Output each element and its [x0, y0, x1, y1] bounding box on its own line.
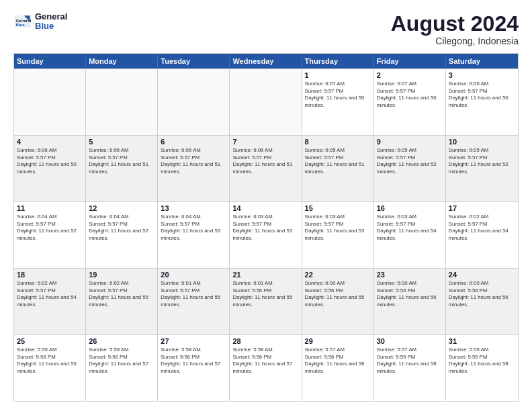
day-number-16: 16 [377, 204, 443, 212]
calendar-cell-empty [14, 69, 86, 135]
calendar: SundayMondayTuesdayWednesdayThursdayFrid… [13, 53, 519, 402]
calendar-cell-day-29: 29Sunrise: 5:57 AMSunset: 5:56 PMDayligh… [302, 335, 374, 401]
weekday-header-tuesday: Tuesday [158, 54, 230, 68]
title-block: August 2024 Cilegong, Indonesia [391, 12, 519, 46]
day-number-4: 4 [17, 138, 83, 146]
cell-info-8: Sunrise: 6:05 AMSunset: 5:57 PMDaylight:… [305, 147, 371, 175]
calendar-cell-day-28: 28Sunrise: 5:58 AMSunset: 5:56 PMDayligh… [230, 335, 302, 401]
cell-info-28: Sunrise: 5:58 AMSunset: 5:56 PMDaylight:… [232, 347, 298, 375]
cell-info-31: Sunrise: 5:56 AMSunset: 5:55 PMDaylight:… [449, 347, 515, 375]
cell-info-29: Sunrise: 5:57 AMSunset: 5:56 PMDaylight:… [305, 347, 371, 375]
svg-text:Blue: Blue [16, 22, 26, 27]
cell-info-16: Sunrise: 6:03 AMSunset: 5:57 PMDaylight:… [377, 214, 443, 242]
calendar-cell-day-18: 18Sunrise: 6:02 AMSunset: 5:57 PMDayligh… [14, 269, 86, 334]
calendar-cell-day-26: 26Sunrise: 5:59 AMSunset: 5:56 PMDayligh… [86, 335, 158, 401]
calendar-cell-day-8: 8Sunrise: 6:05 AMSunset: 5:57 PMDaylight… [302, 136, 374, 201]
cell-info-10: Sunrise: 6:05 AMSunset: 5:57 PMDaylight:… [449, 147, 515, 175]
calendar-header: SundayMondayTuesdayWednesdayThursdayFrid… [14, 54, 518, 68]
calendar-cell-day-14: 14Sunrise: 6:03 AMSunset: 5:57 PMDayligh… [230, 202, 302, 268]
cell-info-27: Sunrise: 5:58 AMSunset: 5:56 PMDaylight:… [161, 347, 226, 375]
logo-blue: Blue [35, 21, 67, 31]
calendar-cell-day-11: 11Sunrise: 6:04 AMSunset: 5:57 PMDayligh… [14, 202, 86, 268]
day-number-6: 6 [161, 138, 226, 146]
cell-info-21: Sunrise: 6:01 AMSunset: 5:56 PMDaylight:… [232, 280, 298, 308]
day-number-13: 13 [161, 204, 226, 212]
calendar-cell-day-17: 17Sunrise: 6:02 AMSunset: 5:57 PMDayligh… [446, 202, 518, 268]
cell-info-14: Sunrise: 6:03 AMSunset: 5:57 PMDaylight:… [232, 214, 298, 242]
cell-info-26: Sunrise: 5:59 AMSunset: 5:56 PMDaylight:… [89, 347, 154, 375]
day-number-11: 11 [17, 204, 83, 212]
header: General Blue General Blue August 2024 Ci… [13, 12, 519, 46]
calendar-cell-day-6: 6Sunrise: 6:06 AMSunset: 5:57 PMDaylight… [158, 136, 230, 201]
day-number-1: 1 [305, 71, 371, 79]
day-number-30: 30 [377, 337, 443, 345]
calendar-row-3: 11Sunrise: 6:04 AMSunset: 5:57 PMDayligh… [14, 201, 518, 268]
day-number-5: 5 [89, 138, 154, 146]
calendar-cell-day-2: 2Sunrise: 6:07 AMSunset: 5:57 PMDaylight… [374, 69, 446, 135]
cell-info-1: Sunrise: 6:07 AMSunset: 5:57 PMDaylight:… [305, 81, 371, 109]
day-number-15: 15 [305, 204, 371, 212]
cell-info-15: Sunrise: 6:03 AMSunset: 5:57 PMDaylight:… [305, 214, 371, 242]
weekday-header-friday: Friday [374, 54, 446, 68]
day-number-21: 21 [232, 271, 298, 279]
day-number-24: 24 [449, 271, 515, 279]
cell-info-4: Sunrise: 6:06 AMSunset: 5:57 PMDaylight:… [17, 147, 83, 175]
calendar-cell-day-3: 3Sunrise: 6:06 AMSunset: 5:57 PMDaylight… [446, 69, 518, 135]
calendar-cell-day-31: 31Sunrise: 5:56 AMSunset: 5:55 PMDayligh… [446, 335, 518, 401]
calendar-cell-day-25: 25Sunrise: 5:59 AMSunset: 5:56 PMDayligh… [14, 335, 86, 401]
calendar-cell-day-30: 30Sunrise: 5:57 AMSunset: 5:55 PMDayligh… [374, 335, 446, 401]
cell-info-24: Sunrise: 6:00 AMSunset: 5:56 PMDaylight:… [449, 280, 515, 308]
cell-info-19: Sunrise: 6:02 AMSunset: 5:57 PMDaylight:… [89, 280, 154, 308]
calendar-cell-day-5: 5Sunrise: 6:06 AMSunset: 5:57 PMDaylight… [86, 136, 158, 201]
cell-info-23: Sunrise: 6:00 AMSunset: 5:56 PMDaylight:… [377, 280, 443, 308]
logo-text: General Blue [35, 12, 67, 32]
cell-info-6: Sunrise: 6:06 AMSunset: 5:57 PMDaylight:… [161, 147, 226, 175]
calendar-cell-day-22: 22Sunrise: 6:00 AMSunset: 5:56 PMDayligh… [302, 269, 374, 334]
day-number-14: 14 [232, 204, 298, 212]
calendar-cell-day-23: 23Sunrise: 6:00 AMSunset: 5:56 PMDayligh… [374, 269, 446, 334]
cell-info-11: Sunrise: 6:04 AMSunset: 5:57 PMDaylight:… [17, 214, 83, 242]
cell-info-5: Sunrise: 6:06 AMSunset: 5:57 PMDaylight:… [89, 147, 154, 175]
calendar-cell-empty [86, 69, 158, 135]
calendar-cell-day-9: 9Sunrise: 6:05 AMSunset: 5:57 PMDaylight… [374, 136, 446, 201]
cell-info-3: Sunrise: 6:06 AMSunset: 5:57 PMDaylight:… [449, 81, 515, 109]
day-number-26: 26 [89, 337, 154, 345]
day-number-2: 2 [377, 71, 443, 79]
calendar-cell-day-1: 1Sunrise: 6:07 AMSunset: 5:57 PMDaylight… [302, 69, 374, 135]
day-number-9: 9 [377, 138, 443, 146]
calendar-cell-day-7: 7Sunrise: 6:06 AMSunset: 5:57 PMDaylight… [230, 136, 302, 201]
weekday-header-sunday: Sunday [14, 54, 86, 68]
calendar-cell-day-4: 4Sunrise: 6:06 AMSunset: 5:57 PMDaylight… [14, 136, 86, 201]
day-number-3: 3 [449, 71, 515, 79]
calendar-body: 1Sunrise: 6:07 AMSunset: 5:57 PMDaylight… [14, 68, 518, 401]
day-number-20: 20 [161, 271, 226, 279]
calendar-row-4: 18Sunrise: 6:02 AMSunset: 5:57 PMDayligh… [14, 268, 518, 334]
cell-info-7: Sunrise: 6:06 AMSunset: 5:57 PMDaylight:… [232, 147, 298, 175]
cell-info-20: Sunrise: 6:01 AMSunset: 5:57 PMDaylight:… [161, 280, 226, 308]
calendar-cell-day-10: 10Sunrise: 6:05 AMSunset: 5:57 PMDayligh… [446, 136, 518, 201]
weekday-header-saturday: Saturday [446, 54, 518, 68]
day-number-29: 29 [305, 337, 371, 345]
calendar-row-2: 4Sunrise: 6:06 AMSunset: 5:57 PMDaylight… [14, 135, 518, 201]
weekday-header-thursday: Thursday [302, 54, 374, 68]
calendar-cell-day-27: 27Sunrise: 5:58 AMSunset: 5:56 PMDayligh… [158, 335, 230, 401]
calendar-cell-day-21: 21Sunrise: 6:01 AMSunset: 5:56 PMDayligh… [230, 269, 302, 334]
weekday-header-monday: Monday [86, 54, 158, 68]
cell-info-2: Sunrise: 6:07 AMSunset: 5:57 PMDaylight:… [377, 81, 443, 109]
cell-info-9: Sunrise: 6:05 AMSunset: 5:57 PMDaylight:… [377, 147, 443, 175]
day-number-25: 25 [17, 337, 83, 345]
day-number-19: 19 [89, 271, 154, 279]
calendar-cell-day-15: 15Sunrise: 6:03 AMSunset: 5:57 PMDayligh… [302, 202, 374, 268]
calendar-row-5: 25Sunrise: 5:59 AMSunset: 5:56 PMDayligh… [14, 334, 518, 401]
cell-info-13: Sunrise: 6:04 AMSunset: 5:57 PMDaylight:… [161, 214, 226, 242]
day-number-12: 12 [89, 204, 154, 212]
calendar-cell-day-20: 20Sunrise: 6:01 AMSunset: 5:57 PMDayligh… [158, 269, 230, 334]
month-year: August 2024 [391, 12, 519, 36]
cell-info-12: Sunrise: 6:04 AMSunset: 5:57 PMDaylight:… [89, 214, 154, 242]
cell-info-25: Sunrise: 5:59 AMSunset: 5:56 PMDaylight:… [17, 347, 83, 375]
logo-general: General [35, 12, 67, 21]
cell-info-22: Sunrise: 6:00 AMSunset: 5:56 PMDaylight:… [305, 280, 371, 308]
day-number-18: 18 [17, 271, 83, 279]
logo-icon: General Blue [13, 12, 32, 31]
day-number-27: 27 [161, 337, 226, 345]
